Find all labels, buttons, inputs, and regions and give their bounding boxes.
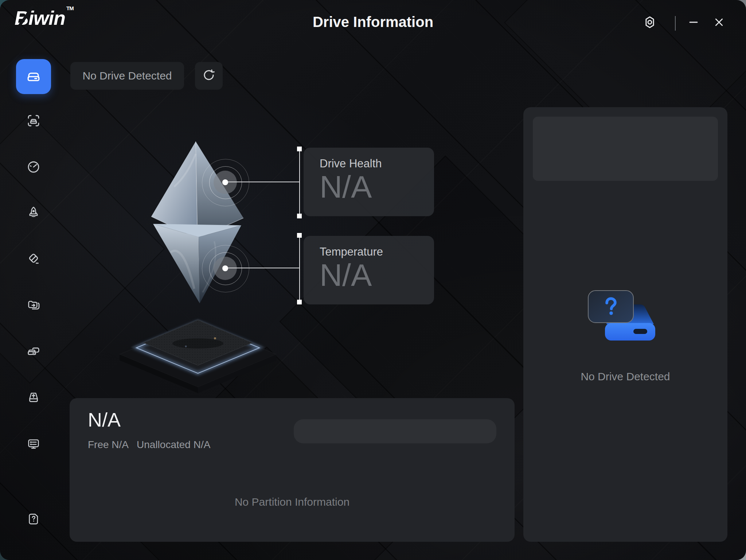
drive-health-label: Drive Health (320, 157, 434, 170)
drive-detail-panel: No Drive Detected (523, 107, 727, 542)
temperature-bracket-line (299, 235, 300, 302)
partition-panel: N/A Free N/AUnallocated N/A No Partition… (70, 398, 515, 542)
secure-erase-icon (26, 251, 41, 268)
sidebar-item-optimization[interactable] (20, 200, 47, 226)
bracket-endpoint (297, 147, 302, 151)
titlebar-divider (675, 16, 676, 31)
drive-selector-label: No Drive Detected (82, 70, 172, 82)
help-icon (26, 511, 41, 528)
drive-health-card: Drive Health N/A (304, 148, 434, 216)
bracket-endpoint (297, 233, 302, 238)
bracket-endpoint (297, 214, 302, 218)
drive-status-text: No Drive Detected (523, 370, 727, 383)
bracket-endpoint (297, 300, 302, 304)
settings-icon (643, 15, 657, 31)
capacity-details: Free N/AUnallocated N/A (88, 439, 218, 451)
refresh-button[interactable] (195, 62, 223, 90)
drive-model-placeholder (533, 117, 718, 181)
no-partition-message: No Partition Information (70, 496, 515, 508)
sidebar-item-benchmark[interactable] (20, 155, 47, 181)
sidebar-item-scan-drive[interactable] (20, 108, 47, 135)
temperature-value: N/A (320, 259, 434, 291)
temperature-marker (202, 245, 249, 292)
scan-drive-icon (26, 113, 41, 130)
data-migration-icon (26, 297, 41, 314)
health-marker (202, 159, 249, 206)
drive-selector-button[interactable]: No Drive Detected (70, 62, 184, 90)
sidebar-item-help[interactable] (20, 506, 47, 533)
sidebar-item-firmware-upgrade[interactable] (20, 385, 47, 411)
drive-health-value: N/A (320, 171, 434, 203)
app-window: BiwinTM Drive Information (0, 0, 746, 560)
minimize-button[interactable] (684, 13, 703, 33)
sidebar-item-drive-clone[interactable] (20, 339, 47, 365)
temperature-connector-line (228, 268, 300, 268)
refresh-icon (202, 68, 216, 83)
drive-clone-icon (26, 343, 41, 360)
close-button[interactable] (709, 13, 729, 33)
window-background: BiwinTM Drive Information (0, 0, 746, 560)
optimize-rocket-icon (26, 205, 41, 222)
capacity-bar (294, 419, 496, 443)
capacity-value: N/A (88, 408, 121, 431)
system-info-icon (26, 436, 41, 453)
free-space-value: Free N/A (88, 439, 129, 450)
close-icon (714, 17, 724, 29)
sidebar-item-drive-information[interactable] (16, 59, 51, 94)
minimize-icon (688, 17, 699, 29)
unknown-drive-icon (585, 288, 666, 350)
unallocated-value: Unallocated N/A (137, 439, 210, 450)
logo-trademark: TM (66, 5, 74, 11)
drive-info-icon (25, 67, 42, 86)
settings-button[interactable] (640, 13, 660, 33)
firmware-upload-icon (26, 390, 41, 407)
benchmark-gauge-icon (26, 159, 41, 176)
sidebar-item-secure-erase[interactable] (20, 246, 47, 273)
sidebar-item-data-migration[interactable] (20, 292, 47, 319)
temperature-card: Temperature N/A (304, 236, 434, 304)
health-bracket-line (299, 149, 300, 216)
page-title: Drive Information (0, 14, 746, 30)
sidebar-item-system-info[interactable] (20, 432, 47, 458)
temperature-label: Temperature (320, 245, 434, 258)
health-connector-line (228, 182, 300, 182)
